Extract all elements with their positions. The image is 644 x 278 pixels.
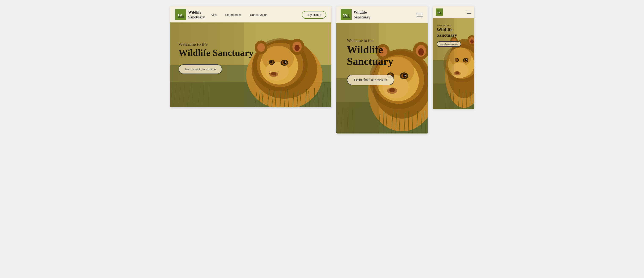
svg-point-37 — [276, 73, 277, 74]
hamburger-line-3 — [417, 17, 423, 17]
svg-point-44 — [294, 45, 300, 51]
svg-point-89 — [389, 88, 395, 92]
mobile-hamburger-menu[interactable] — [467, 11, 471, 14]
mobile-hamburger-line-3 — [467, 13, 471, 14]
desktop-brand-name: Wildlife Sanctuary — [188, 10, 205, 20]
mobile-hamburger-line-2 — [467, 12, 471, 12]
tablet-brand-name: Wildlife Sanctuary — [354, 10, 370, 20]
desktop-logo[interactable]: W S Wildlife Sanctuary — [175, 9, 205, 20]
svg-point-39 — [270, 71, 270, 72]
tablet-header: W S Wildlife Sanctuary — [336, 6, 428, 23]
desktop-variant: W S Wildlife Sanctuary Visit Experiences… — [170, 6, 331, 107]
tablet-logo-icon: W S — [340, 9, 352, 20]
svg-point-28 — [271, 72, 276, 75]
hamburger-line-1 — [417, 13, 423, 13]
svg-point-92 — [403, 74, 406, 78]
desktop-hero-title: Wildlife Sanctuary — [178, 48, 254, 58]
logo-icon: W S — [175, 9, 186, 20]
tablet-variant: W S Wildlife Sanctuary — [336, 6, 428, 133]
svg-point-35 — [270, 61, 272, 63]
mobile-hero: Welcome to the Wildlife Sanctuary Learn … — [433, 18, 474, 109]
mobile-variant: W S — [433, 6, 474, 109]
tablet-logo[interactable]: W S Wildlife Sanctuary — [340, 9, 370, 20]
svg-point-93 — [404, 75, 406, 76]
nav-conservation[interactable]: Conservation — [250, 13, 268, 17]
svg-point-133 — [466, 59, 467, 60]
mobile-hero-title: Wildlife Sanctuary — [437, 27, 472, 38]
svg-point-132 — [465, 59, 467, 61]
buy-tickets-button[interactable]: Buy tickets — [302, 11, 326, 19]
mobile-hamburger-line-1 — [467, 11, 471, 11]
svg-point-38 — [276, 75, 276, 76]
svg-point-40 — [269, 73, 270, 74]
hamburger-line-2 — [417, 15, 423, 15]
svg-point-41 — [269, 75, 270, 75]
desktop-nav: Visit Experiences Conservation — [211, 13, 268, 17]
tablet-hero-welcome: Welcome to the — [347, 38, 394, 43]
desktop-hero-welcome: Welcome to the — [178, 42, 254, 47]
svg-point-36 — [278, 72, 278, 73]
tablet-mission-button[interactable]: Learn about our mission — [347, 75, 394, 85]
tablet-hero-title: Wildlife Sanctuary — [347, 44, 394, 67]
mobile-mission-button[interactable]: Learn about our mission — [437, 41, 461, 47]
desktop-hero-content: Welcome to the Wildlife Sanctuary Learn … — [178, 42, 254, 74]
tablet-hero-content: Welcome to the Wildlife Sanctuary Learn … — [347, 38, 394, 85]
tablet-hamburger-menu[interactable] — [416, 12, 424, 18]
mobile-logo[interactable]: W S — [436, 9, 443, 16]
mobile-hero-content: Welcome to the Wildlife Sanctuary Learn … — [437, 24, 472, 47]
tablet-hero: Welcome to the Wildlife Sanctuary Learn … — [336, 23, 428, 133]
desktop-hero: Welcome to the Wildlife Sanctuary Learn … — [170, 23, 331, 107]
nav-visit[interactable]: Visit — [211, 13, 217, 17]
nav-experiences[interactable]: Experiences — [225, 13, 242, 17]
mobile-header: W S — [433, 6, 474, 18]
desktop-mission-button[interactable]: Learn about our mission — [178, 64, 222, 74]
svg-point-98 — [418, 48, 424, 56]
mobile-hero-welcome: Welcome to the — [437, 24, 472, 27]
svg-point-32 — [285, 61, 286, 63]
mobile-logo-icon: W S — [436, 9, 443, 16]
desktop-header: W S Wildlife Sanctuary Visit Experiences… — [170, 6, 331, 23]
